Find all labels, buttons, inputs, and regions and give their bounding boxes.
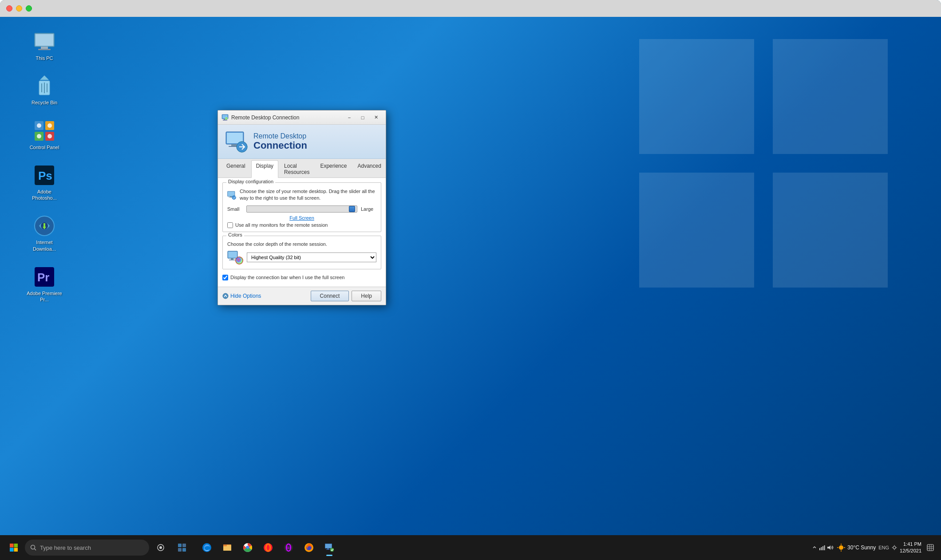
svg-point-60 (159, 546, 162, 549)
taskbar-widgets[interactable] (172, 538, 192, 557)
display-icon (227, 188, 236, 202)
taskbar-chrome[interactable] (238, 538, 257, 557)
svg-rect-55 (10, 548, 14, 552)
rdp-close-btn[interactable]: ✕ (370, 113, 382, 122)
monitors-checkbox-row: Use all my monitors for the remote sessi… (227, 222, 376, 228)
rdp-content: Display configuration Choose t (218, 178, 386, 287)
brightness-icon[interactable] (892, 545, 897, 550)
svg-rect-82 (326, 549, 330, 550)
slider-thumb (349, 206, 355, 212)
taskbar-rdp[interactable] (320, 538, 339, 557)
svg-rect-1 (773, 39, 888, 154)
monitors-label: Use all my monitors for the remote sessi… (235, 222, 328, 228)
desktop-icon-this-pc[interactable]: This PC (27, 30, 62, 61)
connection-bar-row: Display the connection bar when I use th… (222, 273, 381, 282)
hide-options-label: Hide Options (230, 293, 261, 299)
rdp-dialog: Remote Desktop Connection − □ ✕ (217, 110, 386, 305)
clock-date: 12/5/2021 (900, 548, 921, 554)
widgets-icon (178, 543, 186, 552)
svg-point-57 (31, 545, 35, 549)
monitors-checkbox[interactable] (227, 222, 233, 228)
network-icon[interactable] (819, 545, 825, 550)
svg-rect-31 (223, 120, 227, 121)
taskbar-edge[interactable] (197, 538, 217, 557)
desktop-icon-premiere[interactable]: Pr Adobe Premiere Pr... (27, 265, 62, 303)
color-depth-select[interactable]: Highest Quality (32 bit) True Color (24 … (247, 252, 376, 262)
recycle-bin-label: Recycle Bin (32, 99, 57, 106)
label-large: Large (361, 206, 376, 212)
tab-general[interactable]: General (221, 160, 250, 177)
taskbar-search[interactable]: Type here to search (25, 540, 149, 556)
display-description: Choose the size of your remote desktop. … (240, 188, 376, 202)
start-button[interactable] (4, 538, 23, 557)
system-tray (812, 545, 834, 550)
label-small: Small (227, 206, 243, 212)
svg-rect-49 (229, 260, 235, 260)
tab-display[interactable]: Display (251, 160, 278, 178)
rdp-header-title: Remote Desktop Connection (253, 132, 307, 151)
taskbar-firefox[interactable] (299, 538, 319, 557)
clock-time: 1:41 PM (900, 541, 921, 548)
desktop-icon-photoshop[interactable]: Ps Adobe Photosho... (27, 164, 62, 201)
mac-maximize-button[interactable] (26, 5, 32, 12)
svg-rect-61 (178, 544, 182, 547)
rdp-header: Remote Desktop Connection (218, 125, 386, 159)
display-section: Display configuration Choose t (222, 182, 381, 232)
connection-bar-checkbox[interactable] (222, 275, 228, 280)
internet-download-label: Internet Downloa... (27, 239, 62, 252)
hide-options-icon (222, 293, 229, 299)
svg-rect-5 (36, 34, 53, 46)
colors-section-content: Choose the color depth of the remote ses… (227, 240, 376, 265)
rdp-header-title-line2: Connection (253, 140, 307, 151)
notification-btn[interactable] (924, 541, 937, 554)
tab-experience[interactable]: Experience (315, 160, 352, 177)
hide-options-btn[interactable]: Hide Options (222, 293, 261, 299)
rdp-minimize-btn[interactable]: − (343, 113, 356, 122)
file-explorer-icon (222, 543, 232, 552)
rdp-footer-buttons: Connect Help (311, 291, 381, 301)
taskbar-explorer[interactable] (217, 538, 237, 557)
svg-point-71 (246, 546, 249, 549)
help-button[interactable]: Help (352, 291, 381, 301)
internet-download-icon (33, 214, 56, 237)
svg-text:Ps: Ps (38, 169, 52, 182)
svg-rect-64 (182, 548, 186, 552)
mac-window: This PC Recycle Bin (0, 0, 941, 560)
recycle-bin-icon (33, 75, 56, 98)
desktop-icon-control-panel[interactable]: Control Panel (27, 119, 62, 150)
taskbar-opera-gx[interactable]: GX (279, 538, 298, 557)
svg-rect-87 (824, 545, 825, 550)
svg-text:Pr: Pr (37, 271, 49, 284)
display-size-slider[interactable] (246, 205, 357, 213)
chrome-icon (243, 543, 253, 552)
display-section-title: Display configuration (226, 179, 275, 184)
svg-point-89 (839, 545, 843, 550)
svg-marker-8 (40, 75, 49, 80)
svg-rect-48 (231, 258, 233, 260)
volume-icon[interactable] (827, 545, 834, 550)
tray-expand-icon[interactable] (812, 545, 817, 550)
taskbar-opera[interactable] (258, 538, 278, 557)
language-indicator[interactable]: ENG (878, 545, 889, 550)
windows-logo-icon (9, 543, 18, 552)
taskbar-task-view[interactable] (151, 538, 170, 557)
svg-rect-56 (14, 548, 18, 552)
svg-marker-88 (827, 545, 830, 550)
tab-local-resources[interactable]: Local Resources (279, 160, 314, 177)
taskbar-clock[interactable]: 1:41 PM 12/5/2021 (900, 541, 921, 555)
mac-minimize-button[interactable] (16, 5, 22, 12)
svg-rect-68 (223, 544, 227, 546)
search-icon (30, 544, 36, 551)
tab-advanced[interactable]: Advanced (352, 160, 386, 177)
connect-button[interactable]: Connect (311, 291, 349, 301)
mac-close-button[interactable] (6, 5, 12, 12)
desktop-icon-recycle-bin[interactable]: Recycle Bin (27, 75, 62, 106)
svg-rect-62 (182, 544, 186, 547)
sun-icon (837, 543, 846, 552)
connection-bar-label: Display the connection bar when I use th… (230, 275, 344, 280)
colors-description: Choose the color depth of the remote ses… (227, 241, 376, 247)
taskbar-apps: GX (197, 538, 339, 557)
rdp-restore-btn[interactable]: □ (356, 113, 369, 122)
desktop-icon-internet-download[interactable]: Internet Downloa... (27, 214, 62, 252)
fullscreen-label: Full Screen (227, 215, 376, 221)
